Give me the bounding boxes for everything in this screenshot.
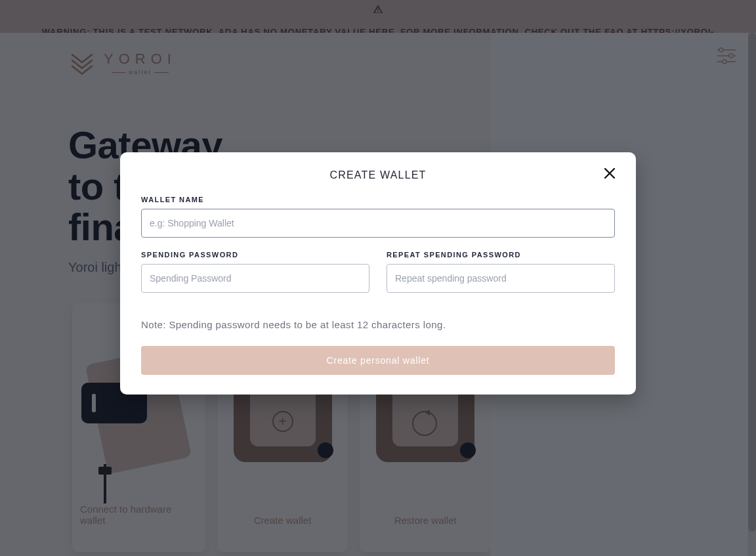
wallet-name-label: WALLET NAME	[141, 196, 615, 203]
repeat-password-label: REPEAT SPENDING PASSWORD	[387, 251, 615, 259]
repeat-password-input[interactable]	[387, 264, 615, 293]
close-icon[interactable]	[602, 165, 620, 184]
create-personal-wallet-button[interactable]: Create personal wallet	[141, 346, 615, 375]
password-requirement-note: Note: Spending password needs to be at l…	[141, 319, 615, 330]
modal-overlay: CREATE WALLET WALLET NAME SPENDING PASSW…	[0, 0, 756, 556]
create-wallet-modal: CREATE WALLET WALLET NAME SPENDING PASSW…	[120, 152, 636, 395]
spending-password-label: SPENDING PASSWORD	[141, 251, 369, 259]
wallet-name-input[interactable]	[141, 209, 615, 238]
spending-password-input[interactable]	[141, 264, 369, 293]
modal-title: CREATE WALLET	[141, 169, 615, 181]
